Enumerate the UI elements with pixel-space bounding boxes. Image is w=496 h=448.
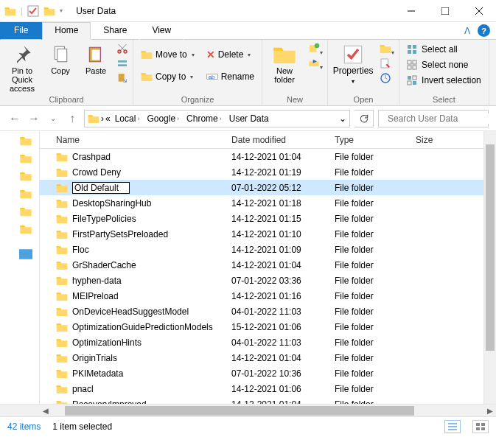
scroll-left-icon[interactable]: ◀ (40, 407, 52, 415)
copy-path-icon[interactable] (116, 57, 128, 71)
folder-icon (56, 214, 68, 224)
edit-icon[interactable] (380, 57, 394, 71)
navbar: ← → ⌄ ↑ › « Local › Google › Chrome › Us… (0, 106, 496, 131)
delete-button[interactable]: ✕Delete▾ (203, 47, 257, 62)
nav-item[interactable] (19, 189, 32, 199)
nav-item[interactable] (19, 224, 32, 234)
pin-quick-access-button[interactable]: Pin to Quick access (4, 41, 40, 93)
recent-dropdown[interactable]: ⌄ (46, 114, 60, 122)
qat-folder-icon[interactable] (43, 5, 55, 17)
file-type: File folder (335, 322, 416, 332)
file-name: DesktopSharingHub (72, 198, 151, 209)
search-box[interactable] (378, 110, 489, 127)
paste-shortcut-icon[interactable] (116, 72, 128, 86)
breadcrumb[interactable]: › « Local › Google › Chrome › User Data … (84, 110, 350, 127)
group-organize-label: Organize (138, 94, 257, 105)
file-type: File folder (335, 198, 416, 209)
list-row[interactable]: hyphen-data07-01-2022 03:36File folder (40, 273, 496, 288)
tab-share[interactable]: Share (91, 22, 139, 40)
rename-input[interactable] (72, 182, 130, 194)
move-to-button[interactable]: Move to▾ (138, 47, 198, 62)
file-type: File folder (335, 368, 416, 379)
group-new-label: New (267, 94, 323, 105)
maximize-button[interactable] (428, 0, 462, 22)
svg-rect-8 (118, 60, 127, 63)
horizontal-scrollbar[interactable]: ◀ ▶ (0, 404, 496, 416)
tab-file[interactable]: File (0, 22, 42, 40)
nav-item[interactable] (19, 136, 32, 146)
list-row[interactable]: FirstPartySetsPreloaded14-12-2021 01:10F… (40, 226, 496, 242)
nav-item[interactable] (19, 153, 32, 164)
select-all-button[interactable]: Select all (404, 43, 484, 56)
help-icon[interactable]: ? (478, 24, 490, 37)
file-type: File folder (335, 167, 416, 178)
header-date[interactable]: Date modified (231, 135, 335, 145)
new-item-icon[interactable]: ▾ (308, 43, 323, 57)
list-row[interactable]: Floc14-12-2021 01:09File folder (40, 242, 496, 257)
checkmark-icon (343, 44, 363, 65)
list-row[interactable]: OnDeviceHeadSuggestModel04-01-2022 11:03… (40, 304, 496, 319)
easy-access-icon[interactable]: ▾ (308, 57, 323, 71)
folder-icon (56, 307, 68, 317)
minimize-button[interactable] (394, 0, 428, 22)
list-row[interactable]: MEIPreload14-12-2021 01:16File folder (40, 288, 496, 304)
header-type[interactable]: Type (335, 135, 416, 145)
nav-item[interactable] (19, 171, 32, 181)
svg-rect-17 (381, 59, 388, 68)
paste-button[interactable]: Paste (81, 41, 111, 75)
file-date: 15-12-2021 01:06 (231, 322, 335, 332)
icons-view-button[interactable] (472, 420, 489, 433)
list-row[interactable]: Crashpad14-12-2021 01:04File folder (40, 149, 496, 164)
details-view-button[interactable] (444, 420, 461, 433)
tab-view[interactable]: View (139, 22, 184, 40)
new-folder-button[interactable]: New folder (267, 41, 302, 84)
list-row[interactable]: OriginTrials14-12-2021 01:04File folder (40, 350, 496, 365)
list-row[interactable]: DesktopSharingHub14-12-2021 01:18File fo… (40, 195, 496, 211)
up-button[interactable]: ↑ (65, 112, 80, 125)
file-name: Crowd Deny (72, 167, 121, 178)
list-row[interactable]: pnacl14-12-2021 01:06File folder (40, 381, 496, 396)
delete-icon: ✕ (206, 49, 215, 60)
list-row[interactable]: OptimizationGuidePredictionModels15-12-2… (40, 319, 496, 335)
search-input[interactable] (388, 113, 496, 124)
nav-item[interactable] (19, 206, 32, 217)
header-size[interactable]: Size (416, 135, 460, 145)
svg-rect-25 (408, 66, 411, 69)
file-name: OptimizationGuidePredictionModels (72, 322, 213, 332)
history-icon[interactable] (380, 72, 394, 86)
list-row[interactable]: GrShaderCache14-12-2021 01:04File folder (40, 257, 496, 273)
list-row[interactable]: PKIMetadata07-01-2022 10:36File folder (40, 365, 496, 381)
list-row[interactable]: FileTypePolicies14-12-2021 01:15File fol… (40, 211, 496, 226)
list-row[interactable]: 07-01-2022 05:12File folder (40, 180, 496, 195)
select-none-button[interactable]: Select none (404, 58, 484, 71)
invert-selection-button[interactable]: Invert selection (404, 74, 484, 87)
breadcrumb-dropdown-icon[interactable]: ⌄ (339, 113, 346, 124)
qat-checkbox-icon[interactable] (27, 5, 39, 17)
folder-icon (56, 353, 68, 363)
copy-to-button[interactable]: Copy to▾ (138, 69, 198, 84)
ribbon-collapse-icon[interactable]: ᐱ (464, 26, 470, 36)
rename-button[interactable]: abRename (203, 69, 257, 84)
vertical-scrollbar[interactable] (483, 131, 496, 404)
svg-text:ab: ab (208, 74, 214, 80)
navigation-pane[interactable] (0, 131, 40, 404)
open-icon[interactable]: ▾ (380, 43, 394, 57)
list-row[interactable]: OptimizationHints04-01-2022 11:03File fo… (40, 335, 496, 350)
back-button[interactable]: ← (7, 112, 22, 125)
properties-button[interactable]: Properties ▾ (332, 41, 374, 85)
scroll-right-icon[interactable]: ▶ (484, 407, 496, 415)
file-name: Crashpad (72, 152, 111, 162)
nav-item[interactable] (19, 249, 32, 259)
tab-home[interactable]: Home (42, 22, 91, 40)
refresh-button[interactable] (354, 110, 374, 127)
qat-dropdown-icon[interactable]: ▾ (60, 7, 63, 14)
list-row[interactable]: RecoveryImproved14-12-2021 01:04File fol… (40, 396, 496, 404)
header-name[interactable]: Name (40, 135, 231, 145)
forward-button[interactable]: → (27, 112, 41, 125)
cut-icon[interactable] (116, 43, 128, 57)
file-type: File folder (335, 183, 416, 193)
close-button[interactable] (462, 0, 496, 22)
folder-icon (56, 337, 68, 348)
list-row[interactable]: Crowd Deny14-12-2021 01:19File folder (40, 164, 496, 180)
copy-button[interactable]: Copy (46, 41, 75, 75)
